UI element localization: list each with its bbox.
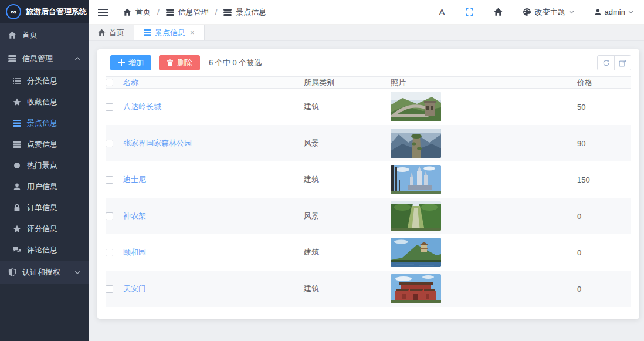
fullscreen-icon[interactable] — [465, 8, 474, 16]
sidebar-item-favorite-info[interactable]: 收藏信息 — [0, 92, 89, 113]
user-dropdown[interactable]: admin — [594, 8, 633, 16]
price-cell: 50 — [577, 103, 631, 112]
breadcrumb-separator: / — [157, 8, 160, 16]
scenic-name-link[interactable]: 八达岭长城 — [123, 102, 161, 111]
column-header-price[interactable]: 价格 — [577, 77, 631, 88]
scenic-name-link[interactable]: 迪士尼 — [123, 175, 146, 184]
user-icon — [594, 8, 602, 16]
column-header-category[interactable]: 所属类别 — [304, 77, 391, 88]
sidebar-item-home[interactable]: 首页 — [0, 23, 89, 47]
breadcrumb-home[interactable]: 首页 — [135, 7, 151, 18]
data-card: 增加 删除 6 个中 0 个被选 — [97, 49, 639, 319]
sidebar-item-label: 信息管理 — [22, 53, 53, 64]
category-cell: 建筑 — [304, 283, 391, 294]
sidebar-item-user-info[interactable]: 用户信息 — [0, 176, 89, 197]
scenic-name-link[interactable]: 神农架 — [123, 211, 146, 220]
chevron-down-icon — [628, 9, 633, 15]
tab-close-icon[interactable]: × — [190, 29, 195, 36]
change-theme-dropdown[interactable]: 改变主题 — [523, 7, 574, 18]
row-checkbox[interactable] — [106, 176, 113, 184]
category-cell: 风景 — [304, 138, 391, 148]
sidebar-item-auth[interactable]: 认证和授权 — [0, 261, 89, 284]
app-window: ∞ 旅游后台管理系统 首页 信息管理 — [0, 0, 644, 341]
scenic-table: 名称 所属类别 照片 价格 八达岭长城 建筑 — [106, 76, 631, 307]
delete-button-label: 删除 — [177, 58, 192, 68]
font-size-button[interactable]: A — [439, 7, 445, 17]
row-checkbox[interactable] — [106, 212, 113, 220]
sidebar-item-like-info[interactable]: 点赞信息 — [0, 134, 89, 155]
column-header-name[interactable]: 名称 — [123, 77, 304, 88]
row-checkbox[interactable] — [106, 249, 113, 256]
table-row: 迪士尼 建筑 — [106, 161, 631, 198]
column-settings-button[interactable] — [614, 56, 631, 70]
sidebar-item-label: 订单信息 — [27, 202, 57, 213]
table-row: 八达岭长城 建筑 — [106, 89, 631, 125]
database-icon — [13, 119, 21, 127]
price-cell: 0 — [577, 285, 631, 293]
category-cell: 建筑 — [304, 247, 391, 258]
table-header-row: 名称 所属类别 照片 价格 — [106, 76, 631, 89]
tab-home[interactable]: 首页 — [89, 25, 134, 40]
photo-tiananmen — [391, 274, 441, 303]
sidebar-item-label: 分类信息 — [27, 76, 57, 86]
username: admin — [605, 8, 625, 16]
price-cell: 0 — [577, 248, 631, 257]
database-icon — [144, 29, 151, 36]
refresh-button[interactable] — [598, 56, 614, 70]
sidebar-item-info-management[interactable]: 信息管理 — [0, 47, 89, 70]
plus-icon — [118, 59, 125, 66]
table-row: 张家界国家森林公园 风景 — [106, 125, 631, 161]
table-row: 神农架 风景 — [106, 198, 631, 234]
scenic-name-link[interactable]: 天安门 — [123, 284, 146, 293]
sidebar-item-label: 首页 — [22, 30, 38, 40]
sidebar-item-label: 评分信息 — [27, 224, 57, 234]
breadcrumb-scenic-info[interactable]: 景点信息 — [236, 7, 266, 18]
sidebar-item-rating-info[interactable]: 评分信息 — [0, 218, 89, 239]
sidebar: ∞ 旅游后台管理系统 首页 信息管理 — [0, 0, 89, 341]
breadcrumb: 首页 / 信息管理 / 景点信息 — [123, 7, 266, 18]
breadcrumb-info-management[interactable]: 信息管理 — [178, 7, 209, 18]
add-button[interactable]: 增加 — [110, 55, 151, 70]
row-checkbox[interactable] — [106, 285, 113, 293]
sidebar-item-label: 热门景点 — [27, 160, 57, 171]
app-logo-icon: ∞ — [6, 4, 21, 19]
app-title: 旅游后台管理系统 — [26, 6, 87, 17]
category-cell: 建筑 — [304, 174, 391, 185]
sidebar-item-order-info[interactable]: 订单信息 — [0, 197, 89, 218]
sidebar-item-scenic-info[interactable]: 景点信息 — [0, 113, 89, 134]
tab-bar: 首页 景点信息 × — [89, 25, 644, 41]
sidebar-item-label: 认证和授权 — [22, 267, 60, 278]
logo-band: ∞ 旅游后台管理系统 — [0, 0, 89, 23]
database-icon — [166, 8, 174, 16]
topbar: 首页 / 信息管理 / 景点信息 A — [89, 0, 644, 25]
chevron-down-icon — [74, 269, 80, 275]
scenic-name-link[interactable]: 张家界国家森林公园 — [123, 139, 192, 147]
category-cell: 风景 — [304, 211, 391, 221]
lock-icon — [13, 204, 21, 212]
refresh-icon — [602, 59, 610, 67]
database-icon — [8, 55, 16, 63]
database-icon — [223, 8, 232, 16]
user-icon — [13, 183, 21, 191]
delete-button[interactable]: 删除 — [159, 55, 200, 70]
add-button-label: 增加 — [128, 58, 144, 68]
trash-icon — [167, 59, 174, 66]
chevron-down-icon — [569, 9, 574, 15]
home-button-icon[interactable] — [494, 8, 503, 16]
star-icon — [13, 98, 21, 106]
tab-scenic-info[interactable]: 景点信息 × — [134, 25, 205, 40]
row-checkbox[interactable] — [106, 140, 113, 147]
sidebar-item-label: 用户信息 — [27, 181, 57, 192]
sidebar-item-category-info[interactable]: 分类信息 — [0, 70, 89, 92]
sidebar-item-comment-info[interactable]: 评论信息 — [0, 239, 89, 261]
photo-great-wall — [391, 92, 441, 121]
photo-summer-palace — [391, 238, 441, 267]
chevron-up-icon — [74, 56, 80, 62]
hamburger-menu-icon[interactable] — [98, 8, 108, 16]
content-area: 增加 删除 6 个中 0 个被选 — [89, 41, 644, 341]
sidebar-item-hot-scenic[interactable]: 热门景点 — [0, 155, 89, 176]
scenic-name-link[interactable]: 颐和园 — [123, 248, 146, 256]
selection-count-text: 6 个中 0 个被选 — [209, 58, 262, 68]
select-all-checkbox[interactable] — [106, 79, 113, 86]
row-checkbox[interactable] — [106, 103, 113, 111]
